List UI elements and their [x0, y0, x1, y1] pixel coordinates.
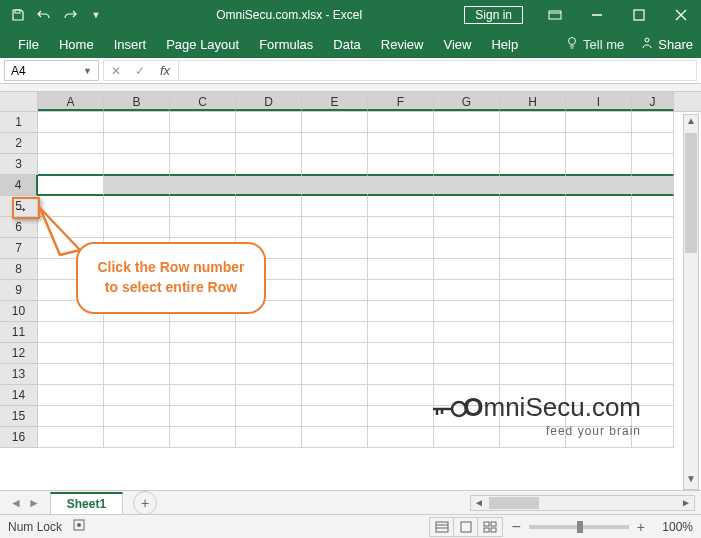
cell-H6[interactable]	[500, 217, 566, 238]
cell-B12[interactable]	[104, 343, 170, 364]
cell-B1[interactable]	[104, 112, 170, 133]
cell-J7[interactable]	[632, 238, 674, 259]
cell-G7[interactable]	[434, 238, 500, 259]
cell-B11[interactable]	[104, 322, 170, 343]
column-header-h[interactable]: H	[500, 92, 566, 111]
row-header-12[interactable]: 12	[0, 343, 38, 364]
cell-J13[interactable]	[632, 364, 674, 385]
cell-J8[interactable]	[632, 259, 674, 280]
cell-C6[interactable]	[170, 217, 236, 238]
cell-F9[interactable]	[368, 280, 434, 301]
cell-I6[interactable]	[566, 217, 632, 238]
cell-I8[interactable]	[566, 259, 632, 280]
close-icon[interactable]	[661, 0, 701, 30]
sheet-tab-active[interactable]: Sheet1	[50, 492, 123, 514]
cell-J11[interactable]	[632, 322, 674, 343]
row-header-14[interactable]: 14	[0, 385, 38, 406]
row-header-13[interactable]: 13	[0, 364, 38, 385]
cell-G10[interactable]	[434, 301, 500, 322]
cell-E15[interactable]	[302, 406, 368, 427]
cell-A15[interactable]	[38, 406, 104, 427]
cell-H5[interactable]	[500, 196, 566, 217]
cell-A6[interactable]	[38, 217, 104, 238]
cell-D13[interactable]	[236, 364, 302, 385]
row-header-1[interactable]: 1	[0, 112, 38, 133]
cell-I5[interactable]	[566, 196, 632, 217]
cell-E9[interactable]	[302, 280, 368, 301]
row-header-7[interactable]: 7	[0, 238, 38, 259]
name-box[interactable]: A4 ▼	[4, 60, 99, 81]
cell-F6[interactable]	[368, 217, 434, 238]
cell-J5[interactable]	[632, 196, 674, 217]
scroll-down-icon[interactable]: ▼	[686, 473, 696, 489]
cell-B16[interactable]	[104, 427, 170, 448]
cell-D5[interactable]	[236, 196, 302, 217]
cell-B2[interactable]	[104, 133, 170, 154]
cell-F2[interactable]	[368, 133, 434, 154]
cell-F8[interactable]	[368, 259, 434, 280]
cell-H9[interactable]	[500, 280, 566, 301]
tab-home[interactable]: Home	[49, 33, 104, 56]
cell-D11[interactable]	[236, 322, 302, 343]
tab-review[interactable]: Review	[371, 33, 434, 56]
row-header-9[interactable]: 9	[0, 280, 38, 301]
undo-icon[interactable]	[34, 5, 54, 25]
cell-I9[interactable]	[566, 280, 632, 301]
tab-view[interactable]: View	[433, 33, 481, 56]
formula-input[interactable]	[179, 60, 697, 81]
cell-H13[interactable]	[500, 364, 566, 385]
cell-E5[interactable]	[302, 196, 368, 217]
cell-D3[interactable]	[236, 154, 302, 175]
cell-B15[interactable]	[104, 406, 170, 427]
row-header-15[interactable]: 15	[0, 406, 38, 427]
macro-record-icon[interactable]	[72, 518, 86, 535]
column-header-i[interactable]: I	[566, 92, 632, 111]
save-icon[interactable]	[8, 5, 28, 25]
cell-C1[interactable]	[170, 112, 236, 133]
cell-J2[interactable]	[632, 133, 674, 154]
select-all-corner[interactable]	[0, 92, 38, 111]
minimize-icon[interactable]	[577, 0, 617, 30]
column-header-f[interactable]: F	[368, 92, 434, 111]
cell-H12[interactable]	[500, 343, 566, 364]
hscroll-thumb[interactable]	[489, 497, 539, 509]
zoom-thumb[interactable]	[577, 521, 583, 533]
column-header-g[interactable]: G	[434, 92, 500, 111]
tab-insert[interactable]: Insert	[104, 33, 157, 56]
cell-I4[interactable]	[566, 174, 632, 196]
cell-F10[interactable]	[368, 301, 434, 322]
cell-E13[interactable]	[302, 364, 368, 385]
page-break-view-icon[interactable]	[478, 518, 502, 536]
share-button[interactable]: Share	[640, 36, 693, 53]
cell-G8[interactable]	[434, 259, 500, 280]
cell-H3[interactable]	[500, 154, 566, 175]
cell-G5[interactable]	[434, 196, 500, 217]
cell-I12[interactable]	[566, 343, 632, 364]
vscroll-thumb[interactable]	[685, 133, 697, 253]
cell-H8[interactable]	[500, 259, 566, 280]
cell-B5[interactable]	[104, 196, 170, 217]
cell-D16[interactable]	[236, 427, 302, 448]
vertical-scrollbar[interactable]: ▲ ▼	[683, 114, 699, 490]
horizontal-scrollbar[interactable]: ◄ ►	[470, 495, 695, 511]
cell-F14[interactable]	[368, 385, 434, 406]
tab-page-layout[interactable]: Page Layout	[156, 33, 249, 56]
cell-B3[interactable]	[104, 154, 170, 175]
cell-H1[interactable]	[500, 112, 566, 133]
cell-B13[interactable]	[104, 364, 170, 385]
cell-J12[interactable]	[632, 343, 674, 364]
cell-H11[interactable]	[500, 322, 566, 343]
cell-C2[interactable]	[170, 133, 236, 154]
cell-A14[interactable]	[38, 385, 104, 406]
cell-E16[interactable]	[302, 427, 368, 448]
cell-C4[interactable]	[170, 174, 236, 196]
page-layout-view-icon[interactable]	[454, 518, 478, 536]
cell-B14[interactable]	[104, 385, 170, 406]
cell-G1[interactable]	[434, 112, 500, 133]
column-header-e[interactable]: E	[302, 92, 368, 111]
column-header-c[interactable]: C	[170, 92, 236, 111]
cell-D1[interactable]	[236, 112, 302, 133]
cell-I3[interactable]	[566, 154, 632, 175]
row-header-5[interactable]: 5	[0, 196, 38, 217]
cell-F1[interactable]	[368, 112, 434, 133]
